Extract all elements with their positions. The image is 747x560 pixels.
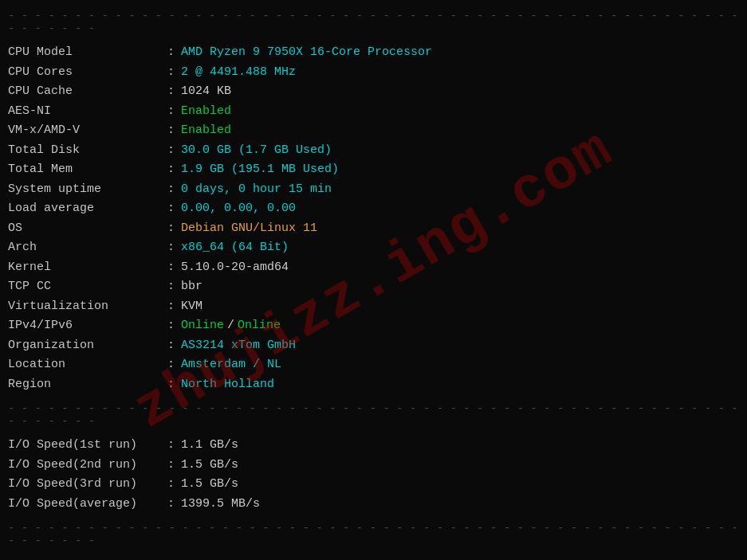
vmx-row: VM-x/AMD-V : Enabled [8,121,739,141]
ipv4-ipv6-row: IPv4/IPv6 : Online / Online [8,316,739,336]
tcp-cc-label: TCP CC [8,278,167,296]
load-average-colon: : [167,200,175,218]
load-average-label: Load average [8,200,167,218]
io-speed-1st-colon: : [167,437,175,455]
kernel-colon: : [167,259,175,277]
os-colon: : [167,220,175,238]
io-speed-2nd-row: I/O Speed(2nd run) : 1.5 GB/s [8,456,739,476]
system-uptime-colon: : [167,181,175,199]
io-speed-3rd-row: I/O Speed(3rd run) : 1.5 GB/s [8,475,739,495]
cpu-model-label: CPU Model [8,44,167,62]
total-disk-value: 30.0 GB (1.7 GB Used) [181,142,332,160]
io-speed-3rd-value: 1.5 GB/s [181,476,238,494]
region-row: Region : North Holland [8,375,739,395]
io-speed-avg-value: 1399.5 MB/s [181,495,260,514]
system-uptime-row: System uptime : 0 days, 0 hour 15 min [8,180,739,200]
ipv6-online: Online [238,317,281,335]
os-row: OS : Debian GNU/Linux 11 [8,219,739,239]
cpu-cache-label: CPU Cache [8,83,167,101]
arch-row: Arch : x86_64 (64 Bit) [8,238,739,258]
io-speed-3rd-colon: : [167,476,175,494]
ipv4-ipv6-slash: / [227,317,234,335]
arch-colon: : [167,239,175,257]
kernel-label: Kernel [8,259,167,277]
aes-ni-value: Enabled [181,103,231,121]
cpu-cores-value: 2 @ 4491.488 MHz [181,64,296,82]
location-label: Location [8,356,167,374]
vmx-label: VM-x/AMD-V [8,122,167,140]
virtualization-value: KVM [181,298,202,316]
ipv4-ipv6-value: Online / Online [181,317,281,335]
io-speed-1st-value: 1.1 GB/s [181,437,238,455]
io-speed-2nd-colon: : [167,456,175,475]
cpu-cache-colon: : [167,83,175,101]
region-colon: : [167,376,175,394]
io-speed-2nd-value: 1.5 GB/s [181,456,238,475]
ipv4-ipv6-colon: : [167,317,175,335]
ipv4-ipv6-label: IPv4/IPv6 [8,317,167,335]
virtualization-label: Virtualization [8,298,167,316]
organization-label: Organization [8,337,167,355]
io-speed-1st-label: I/O Speed(1st run) [8,437,167,455]
aes-ni-label: AES-NI [8,103,167,121]
organization-colon: : [167,337,175,355]
arch-value: x86_64 (64 Bit) [181,239,289,257]
io-speed-table: I/O Speed(1st run) : 1.1 GB/s I/O Speed(… [0,431,747,519]
total-disk-colon: : [167,142,175,160]
vmx-value: Enabled [181,122,231,140]
organization-row: Organization : AS3214 xTom GmbH [8,336,739,356]
system-info-table: CPU Model : AMD Ryzen 9 7950X 16-Core Pr… [0,38,747,399]
tcp-cc-value: bbr [181,278,202,296]
vmx-colon: : [167,122,175,140]
virtualization-colon: : [167,298,175,316]
total-mem-colon: : [167,161,175,179]
total-mem-row: Total Mem : 1.9 GB (195.1 MB Used) [8,160,739,180]
location-colon: : [167,356,175,374]
kernel-value: 5.10.0-20-amd64 [181,259,289,277]
kernel-row: Kernel : 5.10.0-20-amd64 [8,258,739,278]
aes-ni-row: AES-NI : Enabled [8,102,739,122]
tcp-cc-row: TCP CC : bbr [8,277,739,297]
os-label: OS [8,220,167,238]
total-disk-label: Total Disk [8,142,167,160]
virtualization-row: Virtualization : KVM [8,297,739,317]
total-mem-value: 1.9 GB (195.1 MB Used) [181,161,339,179]
system-uptime-label: System uptime [8,181,167,199]
organization-value: AS3214 xTom GmbH [181,337,296,355]
middle-divider: - - - - - - - - - - - - - - - - - - - - … [0,399,747,431]
cpu-cache-value: 1024 KB [181,83,231,101]
load-average-row: Load average : 0.00, 0.00, 0.00 [8,199,739,219]
cpu-cores-row: CPU Cores : 2 @ 4491.488 MHz [8,63,739,83]
cpu-cores-label: CPU Cores [8,64,167,82]
cpu-model-colon: : [167,44,175,62]
aes-ni-colon: : [167,103,175,121]
io-speed-1st-row: I/O Speed(1st run) : 1.1 GB/s [8,436,739,456]
location-value: Amsterdam / NL [181,356,281,374]
io-speed-2nd-label: I/O Speed(2nd run) [8,456,167,475]
region-value: North Holland [181,376,274,394]
total-disk-row: Total Disk : 30.0 GB (1.7 GB Used) [8,141,739,161]
system-uptime-value: 0 days, 0 hour 15 min [181,181,332,199]
io-speed-avg-row: I/O Speed(average) : 1399.5 MB/s [8,495,739,515]
io-speed-3rd-label: I/O Speed(3rd run) [8,476,167,494]
region-label: Region [8,376,167,394]
cpu-cores-colon: : [167,64,175,82]
cpu-model-value: AMD Ryzen 9 7950X 16-Core Processor [181,44,432,62]
bottom-divider: - - - - - - - - - - - - - - - - - - - - … [0,519,747,550]
io-speed-avg-colon: : [167,495,175,514]
load-average-value: 0.00, 0.00, 0.00 [181,200,296,218]
os-value: Debian GNU/Linux 11 [181,220,317,238]
tcp-cc-colon: : [167,278,175,296]
ipv4-online: Online [181,317,224,335]
arch-label: Arch [8,239,167,257]
top-divider: - - - - - - - - - - - - - - - - - - - - … [0,6,747,38]
io-speed-avg-label: I/O Speed(average) [8,495,167,514]
location-row: Location : Amsterdam / NL [8,355,739,375]
cpu-model-row: CPU Model : AMD Ryzen 9 7950X 16-Core Pr… [8,43,739,63]
total-mem-label: Total Mem [8,161,167,179]
cpu-cache-row: CPU Cache : 1024 KB [8,82,739,102]
